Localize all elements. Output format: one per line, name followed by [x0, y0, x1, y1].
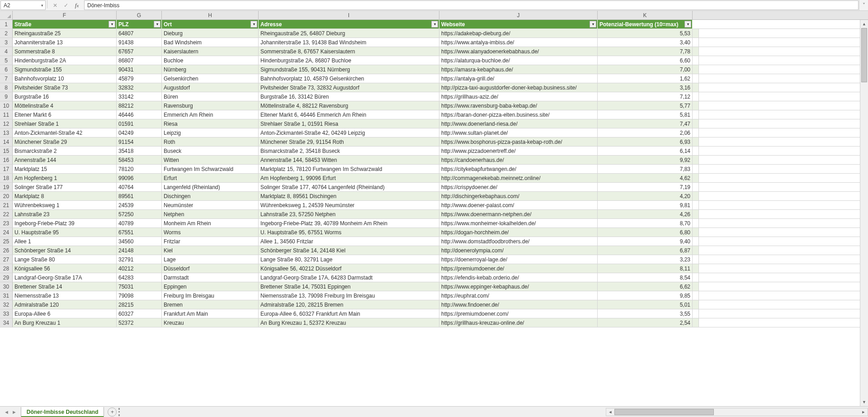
cell-adresse[interactable]: Sigmundstraße 155, 90431 Nürnberg [259, 65, 439, 74]
tab-split-handle[interactable] [118, 408, 122, 416]
cell-potenzial[interactable]: 7,00 [598, 65, 693, 74]
filter-dropdown-button[interactable]: ▾ [154, 21, 160, 28]
cell-webseite[interactable]: http://commagenekebab.meinnetz.online/ [439, 174, 598, 182]
cell-ort[interactable]: Bad Windsheim [162, 38, 259, 47]
cell-adresse[interactable]: Annenstraße 144, 58453 Witten [259, 156, 439, 164]
cell-plz[interactable]: 24148 [117, 246, 162, 255]
column-header-H[interactable]: H [162, 11, 259, 19]
cell-plz[interactable]: 79098 [117, 291, 162, 300]
cell-adresse[interactable]: Niemensstraße 13, 79098 Freiburg Im Brei… [259, 291, 439, 300]
select-all-corner[interactable] [0, 11, 13, 19]
cell-plz[interactable]: 90431 [117, 65, 162, 74]
row-header-28[interactable]: 28 [0, 264, 13, 273]
cell-ort[interactable]: Neumünster [162, 201, 259, 209]
cell-ort[interactable]: Roth [162, 137, 259, 146]
cell-ort[interactable]: Emmerich Am Rhein [162, 110, 259, 119]
cell-adresse[interactable]: Strehlaer Straße 1, 01591 Riesa [259, 119, 439, 128]
cell-ort[interactable]: Worms [162, 228, 259, 237]
insert-function-button[interactable]: fx [72, 1, 82, 10]
cell-webseite[interactable]: https://crispydoener.de/ [439, 183, 598, 191]
cell-adresse[interactable]: An Burg Kreuzau 1, 52372 Kreuzau [259, 318, 439, 327]
header-cell-ort[interactable]: Ort▾ [162, 20, 259, 28]
column-header-J[interactable]: J [439, 11, 598, 19]
cell-ort[interactable]: Gelsenkirchen [162, 74, 259, 83]
cell-adresse[interactable]: Ingeborg-Friebe-Platz 39, 40789 Monheim … [259, 219, 439, 227]
cell-plz[interactable]: 45879 [117, 74, 162, 83]
filter-dropdown-button[interactable]: ▾ [108, 21, 115, 28]
header-cell-adresse[interactable]: Adresse▾ [259, 20, 439, 28]
cell-potenzial[interactable]: 9,40 [598, 237, 693, 246]
cell-plz[interactable]: 91438 [117, 38, 162, 47]
cell-webseite[interactable]: https://www.antalya-imbiss.de/ [439, 38, 598, 47]
cell-adresse[interactable]: Hindenburgstraße 2A, 86807 Buchloe [259, 56, 439, 65]
vscroll-thumb[interactable] [861, 28, 867, 82]
cell-potenzial[interactable]: 6,93 [598, 137, 693, 146]
cell-strasse[interactable]: Burgstraße 16 [13, 92, 117, 101]
row-header-34[interactable]: 34 [0, 318, 13, 327]
cell-plz[interactable]: 60327 [117, 309, 162, 318]
column-header-I[interactable]: I [259, 11, 439, 19]
cell-adresse[interactable]: U. Hauptstraße 95, 67551 Worms [259, 228, 439, 237]
cell-potenzial[interactable]: 6,80 [598, 228, 693, 237]
row-header-12[interactable]: 12 [0, 119, 13, 128]
column-header-G[interactable]: G [117, 11, 162, 19]
cell-strasse[interactable]: Sommerstraße 8 [13, 47, 117, 56]
tab-nav-next-icon[interactable]: ► [10, 409, 18, 415]
cell-webseite[interactable]: https://www.eppinger-kebaphaus.de/ [439, 282, 598, 291]
expand-formula-bar-button[interactable]: ˅ [859, 0, 868, 10]
cell-potenzial[interactable]: 4,26 [598, 210, 693, 218]
cell-adresse[interactable]: Wührenbeksweg 1, 24539 Neumünster [259, 201, 439, 209]
cell-potenzial[interactable]: 3,23 [598, 255, 693, 264]
cell-plz[interactable]: 86807 [117, 56, 162, 65]
cell-adresse[interactable]: Johanniterstraße 13, 91438 Bad Windsheim [259, 38, 439, 47]
cell-plz[interactable]: 24539 [117, 201, 162, 209]
cell-adresse[interactable]: Allee 1, 34560 Fritzlar [259, 237, 439, 246]
cell-potenzial[interactable]: 2,06 [598, 128, 693, 137]
cell-ort[interactable]: Monheim Am Rhein [162, 219, 259, 227]
name-box[interactable]: A2 ▾ [0, 0, 46, 10]
cell-ort[interactable]: Furtwangen Im Schwarzwald [162, 165, 259, 173]
cell-webseite[interactable]: https://premiumdoener.de/ [439, 264, 598, 273]
cell-strasse[interactable]: Wührenbeksweg 1 [13, 201, 117, 209]
cell-ort[interactable]: Fritzlar [162, 237, 259, 246]
row-header-22[interactable]: 22 [0, 210, 13, 218]
cell-adresse[interactable]: Schönberger Straße 14, 24148 Kiel [259, 246, 439, 255]
cell-plz[interactable]: 32791 [117, 255, 162, 264]
cell-webseite[interactable]: https://citykebapfurtwangen.de/ [439, 165, 598, 173]
cell-webseite[interactable]: https://www.doenermann-netphen.de/ [439, 210, 598, 218]
cell-ort[interactable]: Netphen [162, 210, 259, 218]
cell-plz[interactable]: 52372 [117, 318, 162, 327]
cell-potenzial[interactable]: 8,70 [598, 219, 693, 227]
cell-adresse[interactable]: Königsallee 56, 40212 Düsseldorf [259, 264, 439, 273]
cell-potenzial[interactable]: 7,83 [598, 165, 693, 173]
cell-adresse[interactable]: Lange Straße 80, 32791 Lage [259, 255, 439, 264]
cell-webseite[interactable]: https://efendis-kebab.orderio.de/ [439, 273, 598, 282]
row-header-33[interactable]: 33 [0, 309, 13, 318]
cell-strasse[interactable]: Johanniterstraße 13 [13, 38, 117, 47]
cell-plz[interactable]: 64807 [117, 29, 162, 38]
row-header-23[interactable]: 23 [0, 219, 13, 227]
cell-plz[interactable]: 78120 [117, 165, 162, 173]
row-header-19[interactable]: 19 [0, 183, 13, 191]
cell-ort[interactable]: Dieburg [162, 29, 259, 38]
cell-potenzial[interactable]: 7,19 [598, 183, 693, 191]
cell-strasse[interactable]: Landgraf-Georg-Straße 17A [13, 273, 117, 282]
cell-potenzial[interactable]: 4,20 [598, 192, 693, 200]
cell-ort[interactable]: Witten [162, 156, 259, 164]
cell-adresse[interactable]: Eltener Markt 6, 46446 Emmerich Am Rhein [259, 110, 439, 119]
row-header-32[interactable]: 32 [0, 300, 13, 309]
cell-webseite[interactable]: https://grillhaus-kreuzau-online.de/ [439, 318, 598, 327]
cell-strasse[interactable]: Schönberger Straße 14 [13, 246, 117, 255]
cell-webseite[interactable]: https://www.monheimer-lokalhelden.de/ [439, 219, 598, 227]
cell-strasse[interactable]: Sigmundstraße 155 [13, 65, 117, 74]
row-header-31[interactable]: 31 [0, 291, 13, 300]
cell-strasse[interactable]: Anton-Zickmantel-Straße 42 [13, 128, 117, 137]
name-box-dropdown-icon[interactable]: ▾ [41, 3, 43, 8]
cell-webseite[interactable]: https://www.ravensburg-baba-kebap.de/ [439, 101, 598, 110]
row-header-2[interactable]: 2 [0, 29, 13, 38]
cell-ort[interactable]: Büren [162, 92, 259, 101]
cell-strasse[interactable]: Bismarckstraße 2 [13, 147, 117, 155]
cell-potenzial[interactable]: 9,92 [598, 156, 693, 164]
cell-adresse[interactable]: Anton-Zickmantel-Straße 42, 04249 Leipzi… [259, 128, 439, 137]
cell-plz[interactable]: 58453 [117, 156, 162, 164]
